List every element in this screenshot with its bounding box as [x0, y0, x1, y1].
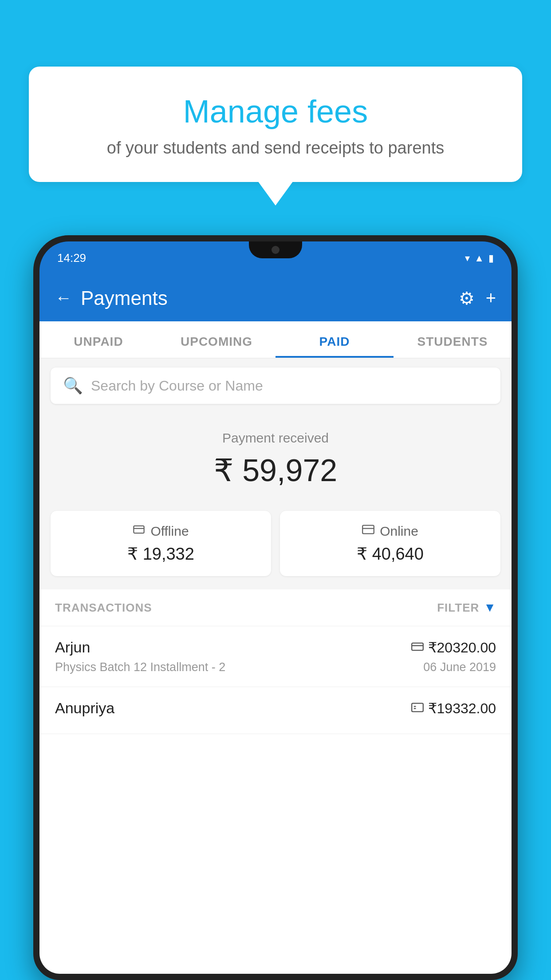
back-button[interactable]: ← [55, 288, 72, 308]
filter-label: FILTER [437, 601, 479, 615]
transaction-amount-arjun: ₹20320.00 [428, 639, 496, 656]
transaction-row-1-anupriya: Anupriya ₹19332.00 [55, 699, 496, 717]
online-payment-icon-arjun [411, 640, 424, 655]
phone-notch [249, 241, 302, 258]
settings-icon[interactable]: ⚙ [459, 288, 475, 308]
payment-received-label: Payment received [48, 431, 503, 446]
transaction-amount-row-anupriya: ₹19332.00 [411, 700, 496, 717]
filter-button[interactable]: FILTER ▼ [437, 601, 496, 615]
payment-received-section: Payment received ₹ 59,972 [39, 413, 512, 502]
offline-label: Offline [150, 524, 189, 539]
tab-paid[interactable]: PAID [276, 321, 394, 358]
speech-bubble-title: Manage fees [60, 93, 491, 130]
search-bar[interactable]: 🔍 Search by Course or Name [51, 368, 500, 404]
transaction-item-arjun[interactable]: Arjun ₹20320.00 Physics Batch 12 Install… [39, 626, 512, 687]
transaction-amount-anupriya: ₹19332.00 [428, 700, 496, 717]
speech-bubble-container: Manage fees of your students and send re… [29, 67, 522, 205]
header-left: ← Payments [55, 287, 168, 309]
wifi-icon: ▾ [465, 253, 470, 264]
camera-dot [272, 246, 279, 254]
transaction-row-1: Arjun ₹20320.00 [55, 639, 496, 656]
tab-unpaid[interactable]: UNPAID [39, 321, 157, 358]
tabs-container: UNPAID UPCOMING PAID STUDENTS [39, 321, 512, 359]
search-placeholder: Search by Course or Name [91, 378, 263, 394]
transaction-date-arjun: 06 June 2019 [423, 660, 496, 674]
phone-screen: ← Payments ⚙ + UNPAID UPCOMING PAID STUD… [39, 275, 512, 974]
page-title: Payments [81, 287, 168, 309]
transaction-name-anupriya: Anupriya [55, 699, 114, 717]
battery-icon: ▮ [488, 253, 494, 264]
status-bar: 14:29 ▾ ▲ ▮ [39, 241, 512, 275]
transaction-item-anupriya[interactable]: Anupriya ₹19332.00 [39, 687, 512, 734]
svg-rect-4 [412, 643, 423, 650]
offline-icon [133, 523, 145, 539]
search-icon: 🔍 [63, 376, 83, 395]
transaction-name-arjun: Arjun [55, 639, 90, 656]
tab-upcoming[interactable]: UPCOMING [157, 321, 276, 358]
svg-rect-2 [362, 526, 374, 534]
transactions-label: TRANSACTIONS [55, 601, 152, 615]
offline-card-top: Offline [133, 523, 189, 539]
status-icons: ▾ ▲ ▮ [465, 253, 494, 264]
app-header: ← Payments ⚙ + [39, 275, 512, 321]
online-label: Online [380, 524, 418, 539]
transactions-header: TRANSACTIONS FILTER ▼ [39, 589, 512, 626]
online-card-top: Online [362, 523, 418, 539]
online-payment-card: Online ₹ 40,640 [280, 511, 500, 576]
offline-payment-card: Offline ₹ 19,332 [51, 511, 271, 576]
status-time: 14:29 [57, 251, 86, 265]
signal-icon: ▲ [474, 253, 484, 264]
tab-students[interactable]: STUDENTS [394, 321, 512, 358]
speech-bubble-arrow [258, 181, 293, 205]
offline-amount: ₹ 19,332 [127, 544, 194, 564]
offline-payment-icon-anupriya [411, 701, 424, 715]
online-icon [362, 523, 374, 539]
svg-rect-0 [134, 526, 144, 533]
transaction-detail-arjun: Physics Batch 12 Installment - 2 [55, 660, 225, 674]
speech-bubble: Manage fees of your students and send re… [29, 67, 522, 182]
phone-mockup: 14:29 ▾ ▲ ▮ ← Payments ⚙ + UNPAID [33, 235, 518, 980]
speech-bubble-subtitle: of your students and send receipts to pa… [60, 138, 491, 158]
search-container: 🔍 Search by Course or Name [39, 359, 512, 413]
filter-icon: ▼ [484, 601, 496, 615]
header-right: ⚙ + [459, 288, 496, 308]
transaction-row-2-arjun: Physics Batch 12 Installment - 2 06 June… [55, 660, 496, 674]
svg-rect-6 [412, 703, 423, 711]
transaction-amount-row-arjun: ₹20320.00 [411, 639, 496, 656]
add-icon[interactable]: + [486, 288, 496, 308]
online-amount: ₹ 40,640 [357, 544, 424, 564]
payment-cards: Offline ₹ 19,332 Online ₹ 40,640 [39, 502, 512, 589]
payment-amount: ₹ 59,972 [48, 452, 503, 489]
